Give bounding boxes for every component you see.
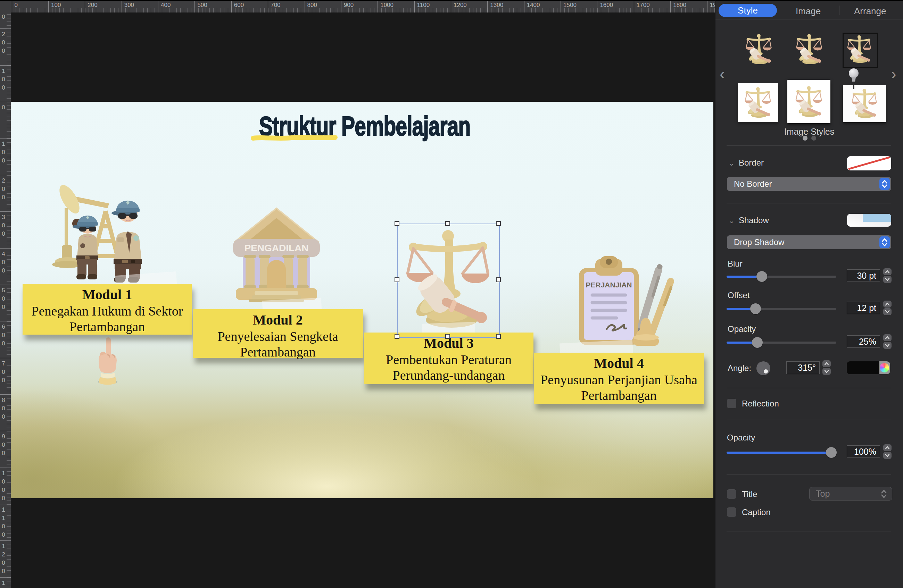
svg-text:PENGADILAN: PENGADILAN (244, 243, 308, 253)
svg-text:PERJANJIAN: PERJANJIAN (585, 281, 632, 289)
